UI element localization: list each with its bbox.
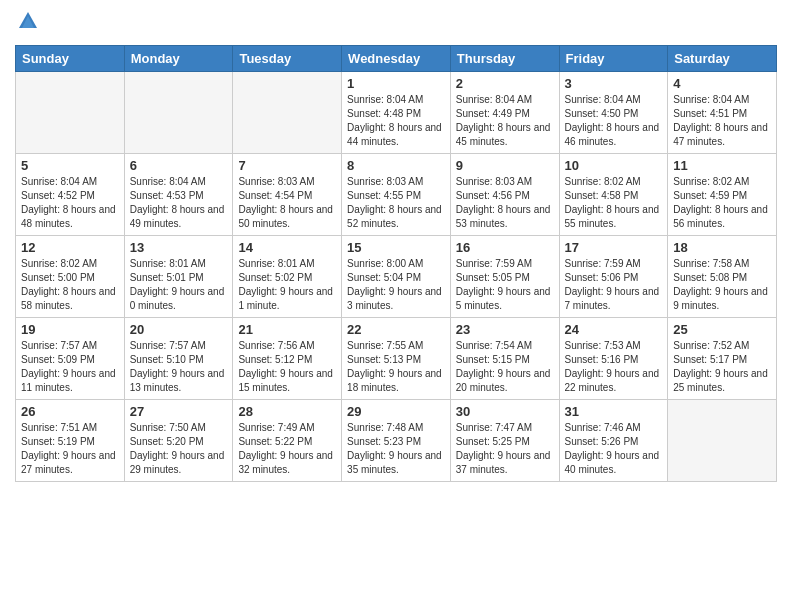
day-number: 21 (238, 322, 336, 337)
day-info: Sunrise: 7:50 AM Sunset: 5:20 PM Dayligh… (130, 421, 228, 477)
weekday-header-row: SundayMondayTuesdayWednesdayThursdayFrid… (16, 45, 777, 71)
day-number: 19 (21, 322, 119, 337)
weekday-header-wednesday: Wednesday (342, 45, 451, 71)
day-number: 13 (130, 240, 228, 255)
calendar-cell: 11Sunrise: 8:02 AM Sunset: 4:59 PM Dayli… (668, 153, 777, 235)
day-number: 6 (130, 158, 228, 173)
day-info: Sunrise: 7:59 AM Sunset: 5:06 PM Dayligh… (565, 257, 663, 313)
calendar-cell: 25Sunrise: 7:52 AM Sunset: 5:17 PM Dayli… (668, 317, 777, 399)
day-number: 26 (21, 404, 119, 419)
calendar-cell: 26Sunrise: 7:51 AM Sunset: 5:19 PM Dayli… (16, 399, 125, 481)
day-info: Sunrise: 7:58 AM Sunset: 5:08 PM Dayligh… (673, 257, 771, 313)
day-info: Sunrise: 8:02 AM Sunset: 4:58 PM Dayligh… (565, 175, 663, 231)
day-info: Sunrise: 7:57 AM Sunset: 5:09 PM Dayligh… (21, 339, 119, 395)
calendar-cell: 27Sunrise: 7:50 AM Sunset: 5:20 PM Dayli… (124, 399, 233, 481)
calendar-cell: 9Sunrise: 8:03 AM Sunset: 4:56 PM Daylig… (450, 153, 559, 235)
day-number: 4 (673, 76, 771, 91)
calendar-cell (668, 399, 777, 481)
week-row-3: 12Sunrise: 8:02 AM Sunset: 5:00 PM Dayli… (16, 235, 777, 317)
day-info: Sunrise: 7:47 AM Sunset: 5:25 PM Dayligh… (456, 421, 554, 477)
day-number: 17 (565, 240, 663, 255)
day-info: Sunrise: 7:59 AM Sunset: 5:05 PM Dayligh… (456, 257, 554, 313)
day-number: 16 (456, 240, 554, 255)
day-number: 25 (673, 322, 771, 337)
page: SundayMondayTuesdayWednesdayThursdayFrid… (0, 0, 792, 492)
calendar-cell: 14Sunrise: 8:01 AM Sunset: 5:02 PM Dayli… (233, 235, 342, 317)
day-number: 11 (673, 158, 771, 173)
day-number: 3 (565, 76, 663, 91)
week-row-1: 1Sunrise: 8:04 AM Sunset: 4:48 PM Daylig… (16, 71, 777, 153)
logo (15, 10, 39, 37)
day-number: 31 (565, 404, 663, 419)
day-info: Sunrise: 8:04 AM Sunset: 4:50 PM Dayligh… (565, 93, 663, 149)
weekday-header-tuesday: Tuesday (233, 45, 342, 71)
calendar-cell: 8Sunrise: 8:03 AM Sunset: 4:55 PM Daylig… (342, 153, 451, 235)
logo-icon (17, 10, 39, 32)
calendar-cell: 23Sunrise: 7:54 AM Sunset: 5:15 PM Dayli… (450, 317, 559, 399)
calendar-cell: 31Sunrise: 7:46 AM Sunset: 5:26 PM Dayli… (559, 399, 668, 481)
day-info: Sunrise: 8:02 AM Sunset: 4:59 PM Dayligh… (673, 175, 771, 231)
day-info: Sunrise: 8:03 AM Sunset: 4:54 PM Dayligh… (238, 175, 336, 231)
day-number: 8 (347, 158, 445, 173)
day-info: Sunrise: 7:53 AM Sunset: 5:16 PM Dayligh… (565, 339, 663, 395)
day-number: 2 (456, 76, 554, 91)
day-info: Sunrise: 8:02 AM Sunset: 5:00 PM Dayligh… (21, 257, 119, 313)
day-number: 22 (347, 322, 445, 337)
day-number: 18 (673, 240, 771, 255)
day-info: Sunrise: 7:56 AM Sunset: 5:12 PM Dayligh… (238, 339, 336, 395)
calendar-cell: 30Sunrise: 7:47 AM Sunset: 5:25 PM Dayli… (450, 399, 559, 481)
calendar-cell: 6Sunrise: 8:04 AM Sunset: 4:53 PM Daylig… (124, 153, 233, 235)
day-number: 14 (238, 240, 336, 255)
calendar-cell: 12Sunrise: 8:02 AM Sunset: 5:00 PM Dayli… (16, 235, 125, 317)
day-info: Sunrise: 7:54 AM Sunset: 5:15 PM Dayligh… (456, 339, 554, 395)
day-number: 15 (347, 240, 445, 255)
calendar-cell: 2Sunrise: 8:04 AM Sunset: 4:49 PM Daylig… (450, 71, 559, 153)
day-info: Sunrise: 8:04 AM Sunset: 4:49 PM Dayligh… (456, 93, 554, 149)
calendar-cell: 5Sunrise: 8:04 AM Sunset: 4:52 PM Daylig… (16, 153, 125, 235)
day-info: Sunrise: 7:46 AM Sunset: 5:26 PM Dayligh… (565, 421, 663, 477)
day-number: 30 (456, 404, 554, 419)
day-info: Sunrise: 7:48 AM Sunset: 5:23 PM Dayligh… (347, 421, 445, 477)
calendar-cell: 1Sunrise: 8:04 AM Sunset: 4:48 PM Daylig… (342, 71, 451, 153)
calendar-cell: 15Sunrise: 8:00 AM Sunset: 5:04 PM Dayli… (342, 235, 451, 317)
calendar-cell: 20Sunrise: 7:57 AM Sunset: 5:10 PM Dayli… (124, 317, 233, 399)
weekday-header-monday: Monday (124, 45, 233, 71)
weekday-header-thursday: Thursday (450, 45, 559, 71)
weekday-header-friday: Friday (559, 45, 668, 71)
day-number: 9 (456, 158, 554, 173)
day-info: Sunrise: 8:01 AM Sunset: 5:02 PM Dayligh… (238, 257, 336, 313)
calendar-cell: 24Sunrise: 7:53 AM Sunset: 5:16 PM Dayli… (559, 317, 668, 399)
day-number: 27 (130, 404, 228, 419)
day-info: Sunrise: 7:52 AM Sunset: 5:17 PM Dayligh… (673, 339, 771, 395)
calendar-cell: 21Sunrise: 7:56 AM Sunset: 5:12 PM Dayli… (233, 317, 342, 399)
day-info: Sunrise: 7:57 AM Sunset: 5:10 PM Dayligh… (130, 339, 228, 395)
calendar-cell: 3Sunrise: 8:04 AM Sunset: 4:50 PM Daylig… (559, 71, 668, 153)
day-number: 12 (21, 240, 119, 255)
day-number: 10 (565, 158, 663, 173)
week-row-5: 26Sunrise: 7:51 AM Sunset: 5:19 PM Dayli… (16, 399, 777, 481)
header (15, 10, 777, 37)
calendar-cell: 10Sunrise: 8:02 AM Sunset: 4:58 PM Dayli… (559, 153, 668, 235)
day-number: 7 (238, 158, 336, 173)
day-info: Sunrise: 8:04 AM Sunset: 4:48 PM Dayligh… (347, 93, 445, 149)
calendar-cell: 22Sunrise: 7:55 AM Sunset: 5:13 PM Dayli… (342, 317, 451, 399)
day-info: Sunrise: 8:03 AM Sunset: 4:55 PM Dayligh… (347, 175, 445, 231)
day-info: Sunrise: 7:49 AM Sunset: 5:22 PM Dayligh… (238, 421, 336, 477)
day-number: 24 (565, 322, 663, 337)
calendar-cell: 28Sunrise: 7:49 AM Sunset: 5:22 PM Dayli… (233, 399, 342, 481)
day-info: Sunrise: 7:51 AM Sunset: 5:19 PM Dayligh… (21, 421, 119, 477)
day-number: 23 (456, 322, 554, 337)
calendar-cell (233, 71, 342, 153)
calendar-cell: 17Sunrise: 7:59 AM Sunset: 5:06 PM Dayli… (559, 235, 668, 317)
weekday-header-saturday: Saturday (668, 45, 777, 71)
calendar-cell: 7Sunrise: 8:03 AM Sunset: 4:54 PM Daylig… (233, 153, 342, 235)
week-row-2: 5Sunrise: 8:04 AM Sunset: 4:52 PM Daylig… (16, 153, 777, 235)
calendar-cell: 13Sunrise: 8:01 AM Sunset: 5:01 PM Dayli… (124, 235, 233, 317)
calendar-cell: 4Sunrise: 8:04 AM Sunset: 4:51 PM Daylig… (668, 71, 777, 153)
day-info: Sunrise: 8:03 AM Sunset: 4:56 PM Dayligh… (456, 175, 554, 231)
calendar-cell: 29Sunrise: 7:48 AM Sunset: 5:23 PM Dayli… (342, 399, 451, 481)
calendar-cell: 16Sunrise: 7:59 AM Sunset: 5:05 PM Dayli… (450, 235, 559, 317)
day-info: Sunrise: 7:55 AM Sunset: 5:13 PM Dayligh… (347, 339, 445, 395)
day-number: 1 (347, 76, 445, 91)
calendar-table: SundayMondayTuesdayWednesdayThursdayFrid… (15, 45, 777, 482)
